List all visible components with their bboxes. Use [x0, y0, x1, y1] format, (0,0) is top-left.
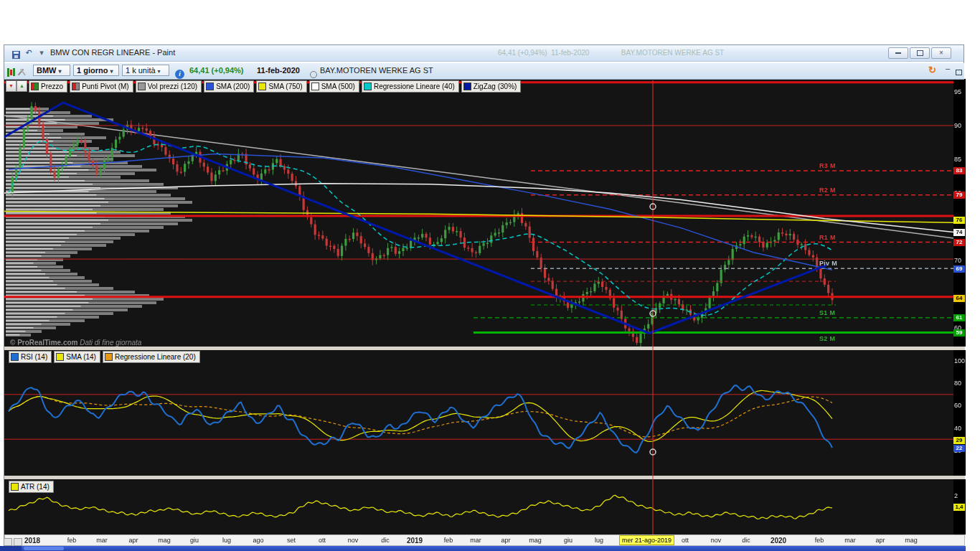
timeframe-select[interactable]: 1 giorno▾	[73, 65, 119, 76]
time-label: mar	[838, 537, 862, 544]
prt-toolbar: BMW▾ 1 giorno▾ 1 k unità▾ i 64,41 (+0,94…	[4, 63, 964, 80]
chart-type-icon[interactable]	[7, 65, 16, 77]
alert-down-button[interactable]: ▾	[6, 80, 17, 92]
time-label: nov	[341, 537, 365, 544]
legend-atr-item[interactable]: ATR (14)	[9, 481, 54, 493]
legend-main-swatch-icon	[311, 83, 319, 90]
time-label: mar	[463, 537, 488, 544]
legend-rsi-label: SMA (14)	[66, 352, 96, 362]
info-icon[interactable]: i	[175, 66, 184, 77]
rsi-tick: 100	[954, 357, 965, 364]
units-select[interactable]: 1 k unità▾	[122, 65, 169, 76]
atr-badge: 1,4	[953, 504, 965, 511]
legend-rsi-swatch-icon	[105, 353, 113, 361]
legend-main-swatch-icon	[206, 83, 214, 90]
time-label: apr	[494, 537, 518, 544]
sync-icon[interactable]: ↻	[928, 65, 936, 76]
undo-icon[interactable]: ↶	[23, 47, 34, 58]
chevron-down-icon: ▾	[59, 68, 62, 75]
legend-main-swatch-icon	[138, 83, 146, 90]
save-icon[interactable]	[10, 48, 22, 61]
page-icon[interactable]	[4, 538, 12, 546]
time-label: mag	[152, 537, 176, 544]
legend-main-item[interactable]: ZigZag (30%)	[461, 80, 522, 93]
panel-minimize-icon[interactable]: –	[946, 64, 950, 75]
ghost-text: 64,41 (+0,94%) 11-feb-2020 BAY.MOTOREN W…	[498, 49, 724, 57]
time-label: ott	[673, 537, 697, 544]
close-button[interactable]: ×	[931, 47, 951, 59]
price-badge: 64	[953, 295, 965, 302]
legend-rsi-swatch-icon	[11, 353, 19, 361]
legend-main-item[interactable]: SMA (200)	[204, 80, 254, 93]
time-label: mar	[90, 537, 114, 544]
legend-atr-swatch-icon	[11, 483, 19, 491]
start-button[interactable]	[0, 546, 22, 551]
legend-main-item[interactable]: Vol prezzi (120)	[136, 80, 202, 93]
legend-main-swatch-icon	[72, 83, 80, 90]
legend-main-label: SMA (500)	[321, 82, 355, 91]
copyright: © ProRealTime.com Dati di fine giornata	[10, 339, 141, 347]
time-label: feb	[60, 537, 84, 544]
quote-date: 11-feb-2020	[257, 65, 300, 76]
legend-main-swatch-icon	[258, 83, 266, 90]
pivot-label: R3 M	[819, 162, 836, 169]
legend-rsi-item[interactable]: Regressione Lineare (20)	[103, 351, 200, 363]
legend-rsi-label: RSI (14)	[21, 352, 47, 362]
price-tick: 90	[954, 122, 965, 129]
legend-main-label: SMA (750)	[268, 82, 302, 91]
restore-button[interactable]	[910, 47, 930, 59]
time-label: apr	[868, 537, 892, 544]
last-quote: 64,41 (+0,94%)	[189, 65, 244, 76]
time-label: lug	[215, 537, 239, 544]
legend-main-label: Vol prezzi (120)	[148, 82, 197, 91]
legend-main-item[interactable]: Punti Pivot (M)	[70, 80, 133, 93]
drawing-tools-icon[interactable]	[20, 65, 24, 77]
time-label: 2019	[402, 537, 427, 545]
instrument-name: BAY.MOTOREN WERKE AG ST	[320, 65, 433, 76]
legend-main-item[interactable]: SMA (750)	[256, 80, 306, 93]
window-title: BMW CON REGR LINEARE - Paint	[50, 48, 175, 57]
legend-main-label: SMA (200)	[216, 82, 250, 91]
legend-atr: ATR (14)	[9, 481, 54, 493]
quickaccess-caret-icon[interactable]: ▾	[36, 47, 47, 58]
crosshair-date-label: mer 21-ago-2019	[619, 535, 674, 545]
taskbar[interactable]	[0, 546, 966, 551]
legend-main-swatch-icon	[463, 83, 471, 90]
legend-rsi-item[interactable]: RSI (14)	[9, 351, 52, 363]
legend-main-item[interactable]: Prezzo	[29, 80, 67, 93]
price-badge: 59	[953, 329, 965, 336]
legend-main-label: Prezzo	[41, 82, 63, 91]
pivot-label: S2 M	[819, 335, 835, 342]
chevron-down-icon: ▾	[110, 68, 113, 75]
legend-main-item[interactable]: Regressione Lineare (40)	[362, 80, 459, 93]
minimize-button[interactable]	[888, 47, 908, 59]
alert-up-button[interactable]: ▴	[17, 80, 27, 92]
legend-rsi-item[interactable]: SMA (14)	[54, 351, 100, 363]
chevron-down-icon: ▾	[158, 68, 161, 75]
time-label: feb	[807, 537, 831, 544]
copyright-note: Dati di fine giornata	[77, 339, 141, 347]
legend-main-item[interactable]: SMA (500)	[309, 80, 359, 93]
legend-rsi-label: Regressione Lineare (20)	[115, 352, 196, 362]
time-label: dic	[734, 537, 758, 544]
time-label: dic	[373, 537, 397, 544]
time-label: 2018	[20, 537, 44, 545]
legend-main-label: Regressione Lineare (40)	[374, 82, 455, 91]
panel-expand-icon[interactable]	[956, 65, 962, 77]
price-badge: 61	[953, 314, 965, 321]
price-tick: 70	[954, 257, 965, 264]
calendar-icon[interactable]	[14, 538, 22, 546]
title-bar[interactable]: ↶ ▾ BMW CON REGR LINEARE - Paint 64,41 (…	[4, 45, 963, 62]
screen: ↶ ▾ BMW CON REGR LINEARE - Paint 64,41 (…	[0, 0, 980, 551]
time-label: nov	[704, 537, 728, 544]
pivot-label: S1 M	[819, 309, 835, 316]
pivot-label: R2 M	[819, 187, 836, 194]
symbol-label: BMW	[37, 66, 57, 75]
time-label: giu	[556, 537, 580, 544]
time-label: 2020	[766, 537, 791, 545]
time-label: giu	[182, 537, 207, 544]
symbol-select[interactable]: BMW▾	[33, 65, 70, 76]
time-label: mag	[899, 537, 923, 544]
taskbar-app-button[interactable]	[24, 547, 64, 550]
price-badge: 74	[953, 229, 965, 236]
